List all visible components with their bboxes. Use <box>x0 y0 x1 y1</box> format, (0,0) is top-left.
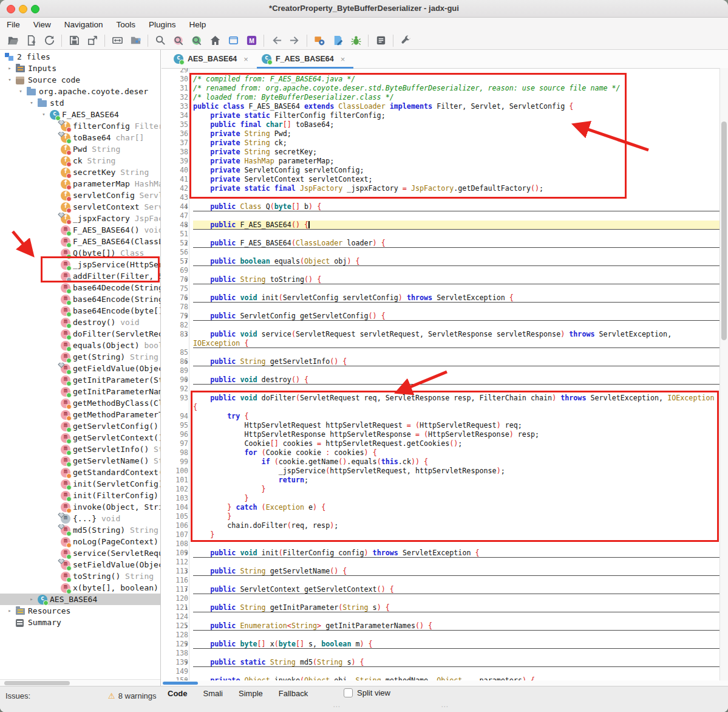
code-line-85[interactable]: 85 <box>162 348 720 357</box>
code-line-109[interactable]: 109❯ public void init(FilterConfig confi… <box>162 549 720 558</box>
tab-f_aes_base64[interactable]: cF_AES_BASE64× <box>257 50 353 68</box>
tree-item-2-files[interactable]: 2 files <box>0 51 160 63</box>
search-icon[interactable] <box>152 34 168 47</box>
tree-item-md5-string-[interactable]: mmd5(String) String <box>0 524 160 536</box>
code-line-75[interactable]: 75 <box>162 284 720 293</box>
tree-item-getservletname-[interactable]: mgetServletName() String <box>0 455 160 467</box>
code-line-121[interactable]: 121❯ public String getInitParameter(Stri… <box>162 603 720 612</box>
code-line-97[interactable]: 97 Cookie[] cookies = httpServletRequest… <box>162 439 720 448</box>
code-line-37[interactable]: 37 private String ck; <box>162 139 720 148</box>
view-button-smali[interactable]: Smali <box>203 689 223 698</box>
main-activity-icon[interactable] <box>207 34 223 47</box>
code-line-95[interactable]: 95 HttpServletRequest httpServletRequest… <box>162 421 720 430</box>
code-line-51[interactable]: 51 <box>162 230 720 239</box>
code-line-79[interactable]: 79❯ public ServletConfig getServletConfi… <box>162 312 720 321</box>
code-line-129[interactable]: 129❯ public byte[] x(byte[] s, boolean m… <box>162 640 720 649</box>
code-line-103[interactable]: 103 } <box>162 494 720 503</box>
tree-item-resources[interactable]: ▸Resources <box>0 605 160 617</box>
tab-aes_base64[interactable]: cAES_BASE64× <box>169 50 257 68</box>
tree-item-servletcontext[interactable]: fservletContext ServletContext <box>0 201 160 213</box>
forward-icon[interactable] <box>287 34 302 47</box>
reload-icon[interactable] <box>41 34 57 47</box>
code-line-wrap[interactable]: { <box>162 403 720 412</box>
code-line-98[interactable]: 98 for (Cookie cookie : cookies) { <box>162 448 720 457</box>
code-line-106[interactable]: 106 chain.doFilter(req, resp); <box>162 521 720 530</box>
tree-item-_jspxfactory[interactable]: f_jspxFactory JspFactory <box>0 213 160 224</box>
tree-item-parametermap[interactable]: fparameterMap HashMap <box>0 178 160 190</box>
code-line-116[interactable]: 116 <box>162 576 720 585</box>
split-view-toggle[interactable]: Split view <box>344 688 390 697</box>
menu-plugins[interactable]: Plugins <box>142 20 182 29</box>
code-line-39[interactable]: 39 private HashMap parameterMap; <box>162 157 720 166</box>
flat-packages-icon[interactable] <box>128 34 143 47</box>
debug-icon[interactable] <box>348 34 364 47</box>
code-line-38[interactable]: 38 private String secretKey; <box>162 148 720 157</box>
rename-icon[interactable] <box>330 34 345 47</box>
tab-close-icon[interactable]: × <box>243 55 248 64</box>
code-line-120[interactable]: 120 <box>162 594 720 603</box>
code-line-69[interactable]: 69 <box>162 266 720 275</box>
tree-item-pwd[interactable]: fPwd String <box>0 143 160 155</box>
tab-flatten-icon[interactable] <box>109 34 125 47</box>
tree-chevron-icon[interactable]: ▾ <box>27 97 36 109</box>
code-line-76[interactable]: 76❯ public void init(ServletConfig servl… <box>162 293 720 303</box>
tree-item-invoke-object-string-object-[interactable]: minvoke(Object, String, Object[]) Object <box>0 501 160 513</box>
tree-item-std[interactable]: ▾std <box>0 97 160 109</box>
tree-item-f_aes_base64-classloader-[interactable]: mF_AES_BASE64(ClassLoader) void <box>0 236 160 247</box>
tree-item-tostring-[interactable]: mtoString() String <box>0 570 160 582</box>
tree-chevron-icon[interactable]: ▾ <box>16 86 25 97</box>
menu-navigation[interactable]: Navigation <box>58 20 110 29</box>
code-line-108[interactable]: 108 <box>162 539 720 549</box>
code-line-101[interactable]: 101 return; <box>162 476 720 485</box>
code-line-34[interactable]: 34 private static FilterConfig filterCon… <box>162 111 720 120</box>
open-file-icon[interactable] <box>5 34 21 47</box>
code-line-112[interactable]: 112 <box>162 558 720 567</box>
code-line-139[interactable]: 139❯ public static String md5(String s) … <box>162 658 720 667</box>
tree-item-q-byte-[interactable]: mQ(byte[]) Class <box>0 247 160 259</box>
code-line-100[interactable]: 100 _jspService(httpServletRequest, http… <box>162 467 720 476</box>
tree-item-tobase64[interactable]: ftoBase64 char[] <box>0 132 160 143</box>
tree-item-getinitparameter-string-[interactable]: mgetInitParameter(String) String <box>0 374 160 386</box>
tree-item-get-string-[interactable]: mget(String) String <box>0 351 160 363</box>
menu-help[interactable]: Help <box>182 20 213 29</box>
code-line-86[interactable]: 86❯ public String getServletInfo() { <box>162 357 720 366</box>
tree-item-secretkey[interactable]: fsecretKey String <box>0 166 160 178</box>
tree-item-getfieldvalue-object-string-[interactable]: mgetFieldValue(Object, String) Object <box>0 363 160 374</box>
tree-item-filterconfig[interactable]: ffilterConfig FilterConfig <box>0 120 160 132</box>
menu-view[interactable]: View <box>27 20 58 29</box>
code-line-124[interactable]: 124 <box>162 612 720 621</box>
tree-chevron-icon[interactable]: ▾ <box>39 109 48 120</box>
code-line-138[interactable]: 138 <box>162 649 720 658</box>
mainframe-icon[interactable]: M <box>243 34 259 47</box>
tree-chevron-icon[interactable]: ▾ <box>5 74 14 86</box>
tree-item-getservletinfo-[interactable]: mgetServletInfo() String <box>0 443 160 455</box>
code-line-90[interactable]: 90❯ public void destroy() { <box>162 375 720 385</box>
code-line-32[interactable]: 32/* loaded from: ByteBufferDeserializer… <box>162 93 720 102</box>
tree-item-getinitparameternames-[interactable]: mgetInitParameterNames() Enumeration <box>0 386 160 397</box>
code-line-117[interactable]: 117❯ public ServletContext getServletCon… <box>162 585 720 594</box>
tree-item-service-servletrequest-servletresponse-[interactable]: mservice(ServletRequest, ServletResponse… <box>0 547 160 559</box>
code-line-128[interactable]: 128 <box>162 631 720 640</box>
class-search-icon[interactable] <box>171 34 186 47</box>
tree-item-base64encode-string-[interactable]: mbase64Encode(String) String <box>0 293 160 305</box>
tree-item-getmethodparametertypes-class-[interactable]: mgetMethodParameterTypes(Class) Class[] <box>0 409 160 420</box>
tree-item-summary[interactable]: Summary <box>0 617 160 628</box>
code-line-47[interactable]: 47 <box>162 211 720 221</box>
code-line-42[interactable]: 42 private static final JspFactory _jspx… <box>162 184 720 193</box>
tree-item-org-apache-coyote-deser[interactable]: ▾org.apache.coyote.deser <box>0 86 160 97</box>
code-line-113[interactable]: 113❯ public String getServletName() { <box>162 567 720 576</box>
view-button-fallback[interactable]: Fallback <box>279 689 308 698</box>
code-line-78[interactable]: 78 <box>162 303 720 312</box>
tree-item-_jspservice-httpservletrequest-httpservletresponse-[interactable]: m_jspService(HttpServletRequest, HttpSer… <box>0 259 160 270</box>
tree-item-addfilter-filter-string-[interactable]: maddFilter(Filter, String) void <box>0 270 160 282</box>
tree-item-setfieldvalue-object-string-[interactable]: msetFieldValue(Object, String) void <box>0 559 160 570</box>
code-line-56[interactable]: 56 <box>162 248 720 257</box>
tree-item-servletconfig[interactable]: fservletConfig ServletConfig <box>0 190 160 201</box>
comment-search-icon[interactable] <box>189 34 205 47</box>
tree-chevron-icon[interactable]: ▸ <box>5 605 14 617</box>
split-view-checkbox[interactable] <box>344 688 353 697</box>
tree-item-aes_base64[interactable]: ▸cAES_BASE64 <box>0 594 160 605</box>
log-icon[interactable] <box>373 34 389 47</box>
menu-file[interactable]: File <box>0 20 27 29</box>
tree-item-f_aes_base64[interactable]: ▾cF_AES_BASE64 <box>0 109 160 120</box>
